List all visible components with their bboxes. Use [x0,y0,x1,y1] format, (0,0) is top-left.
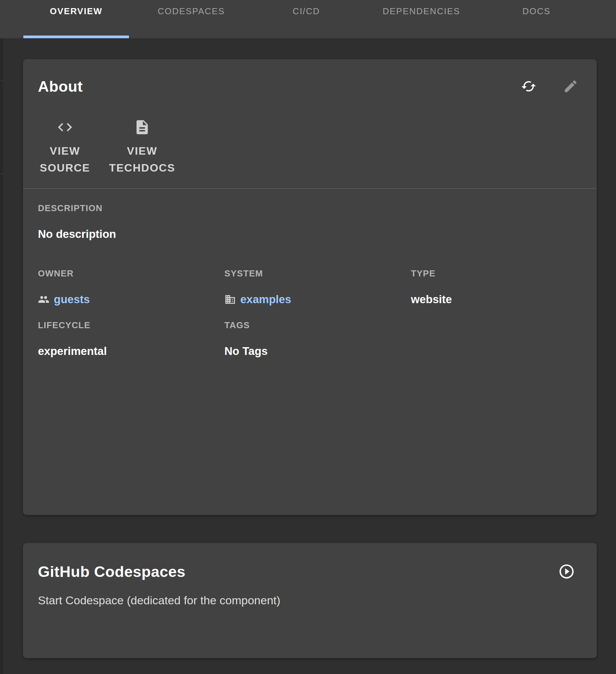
system-link[interactable]: examples [240,293,291,306]
lifecycle-value: experimental [38,344,224,358]
entity-tab-bar: OVERVIEW CODESPACES CI/CD DEPENDENCIES D… [0,0,616,38]
type-label: TYPE [411,268,582,278]
type-value: website [411,293,582,306]
field-type: TYPE website [411,268,582,306]
github-codespaces-card: GitHub Codespaces Start Codespace (dedic… [23,543,597,658]
owner-link[interactable]: guests [54,293,90,306]
view-techdocs-label-line2: TECHDOCS [109,159,175,176]
tab-cicd[interactable]: CI/CD [249,0,364,38]
description-field: DESCRIPTION No description [38,203,582,241]
page-content: About VIEW SOURCE [0,38,616,674]
tab-docs-label: DOCS [522,6,550,38]
view-source-label-line1: VIEW [50,142,80,159]
left-edge-strip [0,38,3,674]
field-system: SYSTEM examples [224,268,411,306]
left-strip-divider [0,80,3,81]
techdocs-document-icon [134,119,151,136]
play-circle-icon [558,563,575,581]
about-card-links: VIEW SOURCE VIEW TECHDOCS [38,119,582,176]
system-label: SYSTEM [224,268,411,278]
owner-label: OWNER [38,268,224,278]
field-owner: OWNER guests [38,268,224,306]
field-tags: TAGS No Tags [224,320,411,358]
edit-pencil-icon [563,78,578,95]
edit-button[interactable] [555,71,586,102]
tab-docs[interactable]: DOCS [479,0,594,38]
tab-dependencies-label: DEPENDENCIES [382,6,460,38]
view-techdocs-link[interactable]: VIEW TECHDOCS [92,119,192,176]
description-label: DESCRIPTION [38,203,582,213]
tags-label: TAGS [224,320,411,330]
codespaces-card-title: GitHub Codespaces [38,563,185,581]
view-source-link[interactable]: VIEW SOURCE [38,119,92,176]
tab-codespaces-label: CODESPACES [158,6,225,38]
group-icon [38,294,49,305]
view-techdocs-label-line1: VIEW [127,142,157,159]
tags-value: No Tags [224,344,411,358]
view-source-label-line2: SOURCE [40,159,90,176]
domain-building-icon [224,294,236,305]
about-card-header: About [38,71,582,102]
field-lifecycle: LIFECYCLE experimental [38,320,224,358]
tab-dependencies[interactable]: DEPENDENCIES [364,0,479,38]
about-card: About VIEW SOURCE [23,59,597,515]
code-icon [57,119,73,136]
about-card-divider [23,188,597,189]
refresh-icon [521,78,536,95]
lifecycle-label: LIFECYCLE [38,320,224,330]
tab-codespaces[interactable]: CODESPACES [134,0,249,38]
tab-overview[interactable]: OVERVIEW [19,0,134,38]
about-card-actions [513,71,586,102]
codespaces-card-header: GitHub Codespaces [38,557,582,587]
start-codespace-button[interactable] [551,557,582,587]
active-tab-indicator [23,36,129,38]
refresh-button[interactable] [513,71,544,102]
tab-overview-label: OVERVIEW [50,6,103,38]
about-fields-grid: OWNER guests SYSTEM examples T [38,268,582,358]
system-value: examples [224,293,411,306]
description-value: No description [38,227,582,241]
owner-value: guests [38,293,224,306]
tab-cicd-label: CI/CD [293,6,320,38]
left-strip-divider [0,174,3,174]
about-card-title: About [38,78,83,95]
codespaces-subtitle: Start Codespace (dedicated for the compo… [38,593,582,607]
